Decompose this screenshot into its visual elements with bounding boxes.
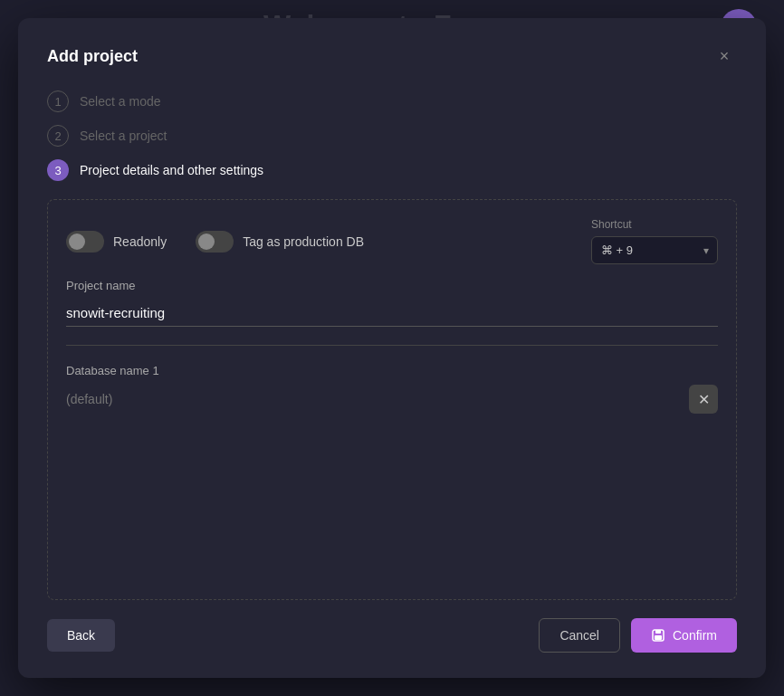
footer-right: Cancel Confirm: [539, 618, 737, 653]
db-name-input[interactable]: [66, 386, 682, 412]
production-label: Tag as production DB: [243, 234, 364, 249]
step-2: 2 Select a project: [47, 125, 737, 147]
step-3-number: 3: [47, 159, 69, 181]
close-icon: ✕: [698, 391, 710, 408]
readonly-toggle-group: Readonly: [66, 231, 167, 253]
svg-rect-2: [655, 635, 662, 640]
shortcut-label: Shortcut: [591, 218, 718, 231]
step-3: 3 Project details and other settings: [47, 159, 737, 181]
db-delete-button[interactable]: ✕: [689, 385, 718, 414]
step-1: 1 Select a mode: [47, 91, 737, 112]
cancel-button[interactable]: Cancel: [539, 618, 620, 653]
project-name-input[interactable]: [66, 300, 718, 327]
dialog-title: Add project: [47, 47, 138, 66]
confirm-label: Confirm: [673, 628, 717, 643]
project-name-label: Project name: [66, 279, 718, 292]
back-button[interactable]: Back: [47, 619, 115, 652]
step-3-label: Project details and other settings: [80, 163, 263, 177]
production-toggle-group: Tag as production DB: [196, 231, 364, 253]
readonly-label: Readonly: [113, 234, 167, 249]
step-2-label: Select a project: [80, 129, 167, 143]
dialog-footer: Back Cancel Confirm: [47, 618, 737, 653]
step-2-number: 2: [47, 125, 69, 147]
divider: [66, 345, 718, 346]
step-1-label: Select a mode: [80, 94, 161, 109]
dialog-header: Add project ×: [47, 43, 737, 69]
production-slider: [196, 231, 234, 253]
db-name-field-group: Database name 1 ✕: [66, 364, 718, 414]
production-toggle[interactable]: [196, 231, 234, 253]
shortcut-wrapper: ⌘ + 1 ⌘ + 2 ⌘ + 3 ⌘ + 4 ⌘ + 5 ⌘ + 6 ⌘ + …: [591, 236, 718, 264]
db-input-row: ✕: [66, 385, 718, 414]
project-name-field-group: Project name: [66, 279, 718, 327]
step-1-number: 1: [47, 91, 69, 112]
confirm-button[interactable]: Confirm: [631, 618, 737, 653]
steps-list: 1 Select a mode 2 Select a project 3 Pro…: [47, 91, 737, 181]
shortcut-select[interactable]: ⌘ + 1 ⌘ + 2 ⌘ + 3 ⌘ + 4 ⌘ + 5 ⌘ + 6 ⌘ + …: [591, 236, 718, 264]
add-project-dialog: Add project × 1 Select a mode 2 Select a…: [18, 18, 766, 678]
top-row: Readonly Tag as production DB Shortcut ⌘…: [66, 218, 718, 264]
db-name-label: Database name 1: [66, 364, 718, 377]
readonly-slider: [66, 231, 104, 253]
settings-panel: Readonly Tag as production DB Shortcut ⌘…: [47, 199, 737, 600]
shortcut-group: Shortcut ⌘ + 1 ⌘ + 2 ⌘ + 3 ⌘ + 4 ⌘ + 5 ⌘…: [591, 218, 718, 264]
svg-rect-1: [655, 630, 661, 634]
readonly-toggle[interactable]: [66, 231, 104, 253]
close-button[interactable]: ×: [712, 43, 737, 69]
save-icon: [651, 628, 665, 643]
